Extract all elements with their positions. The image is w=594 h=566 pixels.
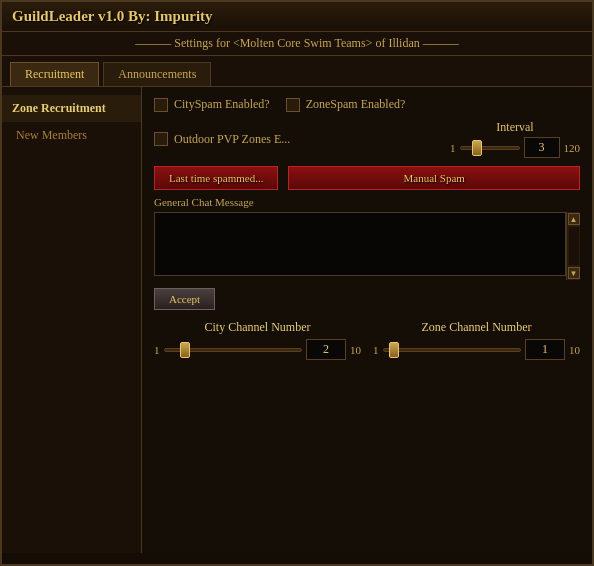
title-bar: GuildLeader v1.0 By: Impurity — [2, 2, 592, 32]
main-window: GuildLeader v1.0 By: Impurity Settings f… — [0, 0, 594, 566]
city-channel-min: 1 — [154, 344, 160, 356]
zone-channel-title: Zone Channel Number — [373, 320, 580, 335]
subtitle-bar: Settings for <Molten Core Swim Teams> of… — [2, 32, 592, 56]
outdoor-pvp-label[interactable]: Outdoor PVP Zones E... — [154, 132, 290, 147]
last-time-spammed-button[interactable]: Last time spammed... — [154, 166, 278, 190]
subtitle-text: Settings for <Molten Core Swim Teams> of… — [174, 36, 419, 50]
zonespam-checkbox[interactable] — [286, 98, 300, 112]
zone-channel-group: Zone Channel Number 1 10 — [373, 320, 580, 360]
chat-message-wrapper: ▲ ▼ — [154, 212, 580, 280]
accept-button[interactable]: Accept — [154, 288, 215, 310]
zone-channel-handle[interactable] — [389, 342, 399, 358]
tab-announcements[interactable]: Announcements — [103, 62, 211, 86]
zone-channel-min: 1 — [373, 344, 379, 356]
app-title: GuildLeader v1.0 By: Impurity — [12, 8, 213, 25]
sidebar-item-new-members[interactable]: New Members — [2, 122, 141, 149]
scrollbar: ▲ ▼ — [566, 212, 580, 280]
sidebar: Zone Recruitment New Members — [2, 87, 142, 553]
action-buttons-row: Last time spammed... Manual Spam — [154, 166, 580, 190]
chat-message-textarea[interactable] — [154, 212, 566, 276]
city-channel-title: City Channel Number — [154, 320, 361, 335]
content-area: Zone Recruitment New Members CitySpam En… — [2, 87, 592, 553]
outdoor-pvp-checkbox[interactable] — [154, 132, 168, 146]
zone-channel-input[interactable] — [525, 339, 565, 360]
chat-message-label: General Chat Message — [154, 196, 580, 208]
interval-min: 1 — [450, 142, 456, 154]
zone-channel-slider[interactable] — [383, 342, 522, 358]
scrollbar-track — [569, 227, 579, 265]
tab-recruitment[interactable]: Recruitment — [10, 62, 99, 86]
cityspam-checkbox[interactable] — [154, 98, 168, 112]
interval-slider[interactable] — [460, 140, 520, 156]
city-channel-slider[interactable] — [164, 342, 303, 358]
city-channel-max: 10 — [350, 344, 361, 356]
tabs-row: Recruitment Announcements — [2, 56, 592, 87]
interval-handle[interactable] — [472, 140, 482, 156]
sidebar-item-zone-recruitment[interactable]: Zone Recruitment — [2, 95, 141, 122]
interval-label: Interval — [496, 120, 533, 135]
spam-checkboxes-row: CitySpam Enabled? ZoneSpam Enabled? — [154, 97, 580, 112]
city-channel-group: City Channel Number 1 10 — [154, 320, 361, 360]
zone-channel-slider-row: 1 10 — [373, 339, 580, 360]
interval-max: 120 — [564, 142, 581, 154]
manual-spam-button[interactable]: Manual Spam — [288, 166, 580, 190]
zonespam-label[interactable]: ZoneSpam Enabled? — [286, 97, 406, 112]
main-panel: CitySpam Enabled? ZoneSpam Enabled? Outd… — [142, 87, 592, 553]
city-channel-input[interactable] — [306, 339, 346, 360]
cityspam-label[interactable]: CitySpam Enabled? — [154, 97, 270, 112]
city-channel-slider-row: 1 10 — [154, 339, 361, 360]
zone-channel-max: 10 — [569, 344, 580, 356]
interval-input[interactable] — [524, 137, 560, 158]
city-channel-handle[interactable] — [180, 342, 190, 358]
channel-row: City Channel Number 1 10 Zone Channel Nu… — [154, 320, 580, 360]
scrollbar-up-button[interactable]: ▲ — [568, 213, 580, 225]
scrollbar-down-button[interactable]: ▼ — [568, 267, 580, 279]
